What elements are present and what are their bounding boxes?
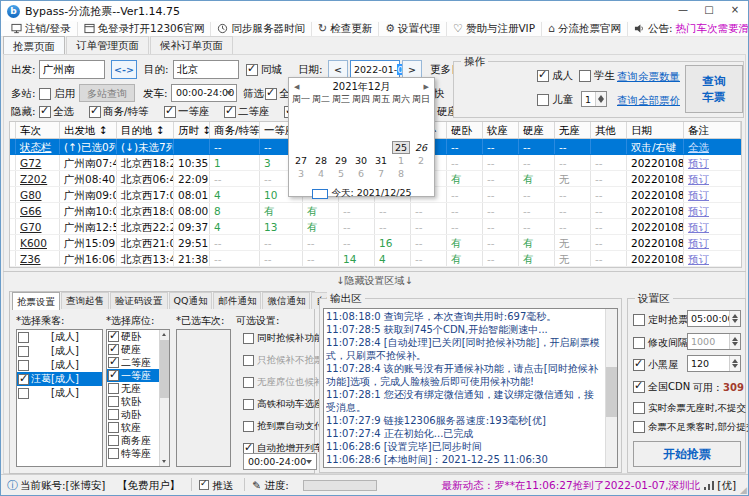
menu-logout[interactable]: 注销/登录 [5,22,78,36]
option-checkbox[interactable]: 无座席位也候补 [243,376,323,389]
from-input[interactable] [39,60,105,79]
settings-tab[interactable]: 验证码设置 [110,292,168,309]
query-remaining-link[interactable]: 查询余票数量 [617,70,680,84]
menu-proxy[interactable]: ⚙ 设置代理 [379,22,447,36]
partial-submit-checkbox[interactable]: 余票不足乘客时,部分提交 [633,420,749,434]
calendar-day[interactable] [331,142,351,155]
table-row[interactable]: G66 广州南10:00 北京西18:00 08:00 8 有 有 -- -- … [10,203,741,219]
menu-check-update[interactable]: ↻ 检查更新 [312,22,379,36]
calendar-day[interactable]: 27 [291,155,311,168]
seat-hide-checkbox[interactable]: 二等座 [224,105,270,119]
settings-tab[interactable]: QQ通知 [169,292,213,309]
train-link[interactable]: Z202 [16,171,60,186]
start-grab-button[interactable]: 开始抢票 [633,441,741,467]
seat-hide-checkbox[interactable]: 商务/特等 [89,105,149,119]
book-link[interactable]: 预订 [688,237,709,249]
book-link[interactable]: 预订 [688,189,709,201]
no-seat-skip-checkbox[interactable]: 实时余票无座时,不提交 [633,401,746,415]
book-link[interactable]: 预订 [688,205,709,217]
option-checkbox[interactable]: 抢到票自动支付 [243,420,323,433]
timed-grab-stepper[interactable]: 05:00:00 [687,310,741,327]
settings-tab[interactable]: 抢票设置 [12,292,60,310]
book-link[interactable]: 预订 [688,157,709,169]
train-link[interactable]: Z36 [16,251,60,266]
calendar-day[interactable]: 26 [411,142,431,155]
calendar-next-icon[interactable]: ▶ [424,83,429,91]
output-log-area[interactable]: 11:08:18:0 查询完毕，本次查询共用时:697毫秒。11:07:28:5… [323,308,618,468]
col-date[interactable]: 日期 [627,122,684,138]
calendar-today-row[interactable]: 今天: 2021/12/25 [289,187,434,200]
calendar-day[interactable]: 2 [411,155,431,168]
passenger-item[interactable]: 汪葛[成人] [17,372,102,386]
table-row[interactable]: K600 广州15:09 北京西21:00 29:51 -- -- -- -- … [10,235,741,251]
calendar-day[interactable] [411,168,431,181]
col-soft-seat[interactable]: 软座 [483,122,519,138]
same-city-checkbox[interactable]: 同城 [246,63,282,77]
calendar-day[interactable]: 1 [391,155,411,168]
train-link[interactable]: K600 [16,235,60,250]
calendar-day[interactable] [291,142,311,155]
menu-vip[interactable]: ♡ 赞助与注册VIP [447,22,542,36]
train-link[interactable]: G80 [16,187,60,202]
option-checkbox[interactable]: 只抢候补不抢票 [243,354,323,367]
settings-tab[interactable]: 查询起售 [61,292,109,309]
interval-stepper[interactable]: 1000 [687,333,741,350]
calendar-day[interactable]: 31 [371,155,391,168]
table-row[interactable]: G70 广州南12:50 北京西22:27 09:37 4 13 有 -- --… [10,219,741,235]
calendar-day[interactable]: 29 [331,155,351,168]
train-link[interactable]: 状态栏 [16,139,60,154]
tab-order-page[interactable]: 订单管理页面 [66,36,149,54]
timed-grab-checkbox[interactable]: 定时抢票 [633,313,688,327]
scroll-down-icon[interactable] [160,457,169,466]
blackroom-checkbox[interactable]: 小黑屋 [633,358,678,372]
menu-official-site[interactable]: ⌂ 分流抢票官网 [542,22,628,36]
col-duration[interactable]: 历时 ↕ [174,122,210,138]
calendar-day[interactable]: 30 [351,155,371,168]
output-scrollbar[interactable] [605,309,617,467]
table-row[interactable]: Z36 广州16:06 北京西13:44 21:38 -- -- -- 14 4… [10,251,741,267]
to-input[interactable] [173,60,239,79]
adult-checkbox[interactable]: 成人 [537,69,573,83]
close-button[interactable]: × [722,1,748,21]
child-count-stepper[interactable]: 1 [581,91,607,107]
col-other[interactable]: 其他 [591,122,627,138]
minimize-button[interactable]: — [670,1,696,21]
calendar-day[interactable]: 8 [391,168,411,181]
calendar-day[interactable]: 6 [351,168,371,181]
blackroom-stepper[interactable]: 120 [687,355,741,372]
calendar-day[interactable] [311,142,331,155]
col-remark[interactable]: 备注 [684,122,741,138]
scroll-up-icon[interactable] [160,330,169,339]
col-from[interactable]: 出发地 ↕ [60,122,117,138]
passenger-item[interactable]: [成人] [17,344,102,358]
calendar-day[interactable] [371,142,391,155]
calendar-day[interactable]: 7 [371,168,391,181]
cdn-checkbox[interactable]: 全国CDN [633,380,690,394]
seat-hide-checkbox[interactable]: 一等座 [164,105,210,119]
scroll-thumb[interactable] [606,367,617,417]
book-link[interactable]: 预订 [688,173,709,185]
option-checkbox[interactable]: 高铁和动车选座 [243,398,323,411]
settings-tab[interactable]: 微信通知 [262,292,310,309]
student-checkbox[interactable]: 学生 [579,69,615,83]
tab-waitlist-page[interactable]: 候补订单页面 [150,36,233,54]
passenger-item[interactable]: [成人] [17,386,102,400]
calendar-day[interactable]: 4 [311,168,331,181]
calendar-month-title[interactable]: 2021年12月 [299,80,423,94]
calendar-day[interactable]: 5 [331,168,351,181]
query-tickets-button[interactable]: 查询车票 [685,65,743,113]
hide-settings-divider[interactable]: ↓隐藏设置区域↓ [3,271,746,288]
train-link[interactable]: G66 [16,203,60,218]
col-hard-seat[interactable]: 硬座 [519,122,555,138]
col-to[interactable]: 目的地 ↕ [117,122,174,138]
col-train[interactable]: 车次 [16,122,60,138]
calendar-day[interactable]: 28 [311,155,331,168]
train-link[interactable]: G70 [16,219,60,234]
resize-grip[interactable]: ◢ [740,485,747,495]
settings-tab[interactable]: 邮件通知 [213,292,261,309]
col-hard-sleeper[interactable]: 硬卧 [447,122,483,138]
scroll-thumb[interactable] [160,340,169,398]
calendar-day[interactable] [351,142,371,155]
book-link[interactable]: 全选 [688,141,709,153]
swap-stations-button[interactable]: <-> [111,60,137,79]
